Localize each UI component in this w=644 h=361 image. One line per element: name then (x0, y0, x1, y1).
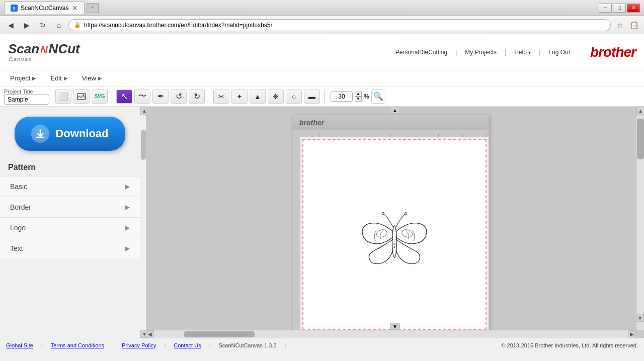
canvas-scroll-v-down[interactable]: ▼ (636, 314, 644, 322)
pattern-item-basic[interactable]: Basic ▶ (0, 176, 140, 197)
project-label: Project Title (4, 88, 49, 95)
pattern-text-arrow: ▶ (125, 245, 130, 252)
pattern-item-border[interactable]: Border ▶ (0, 197, 140, 217)
circle-tool[interactable]: ○ (286, 89, 302, 104)
canvas-scrollbar-v[interactable]: ▲ ▼ (636, 107, 644, 330)
star-tool[interactable]: ✦ (231, 89, 248, 104)
zoom-area: ▲ ▼ % 🔍 (331, 89, 385, 104)
help-link[interactable]: Help ▾ (514, 49, 531, 56)
rectangle-fill-tool[interactable]: ▬ (304, 89, 320, 104)
undo-tool[interactable]: ↺ (171, 89, 187, 104)
personal-die-cutting-link[interactable]: PersonalDieCutting (395, 49, 447, 56)
pattern-item-logo[interactable]: Logo ▶ (0, 217, 140, 238)
canvas-scroll-h-right[interactable]: ▶ (628, 330, 636, 338)
browser-titlebar: S ScanNСutCanvas ✕ + ─ □ ✕ (0, 0, 644, 16)
refresh-button[interactable]: ↻ (36, 19, 49, 32)
node-edit-tool[interactable]: 〜 (134, 89, 150, 104)
sidebar-scrollbar[interactable]: ▲ ▼ (140, 107, 146, 338)
download-label: Download (55, 127, 108, 140)
terms-link[interactable]: Terms and Conditions (51, 342, 104, 348)
svg-point-6 (376, 229, 388, 238)
pattern-logo-arrow: ▶ (125, 224, 130, 231)
download-icon (31, 125, 49, 143)
home-button[interactable]: ⌂ (52, 19, 65, 32)
svg-point-1 (83, 94, 85, 96)
butterfly-image (349, 195, 440, 275)
canvas-area: ▲ brother (146, 107, 644, 338)
select-tool[interactable]: ↖ (116, 89, 132, 104)
new-tab-button[interactable]: + (87, 3, 99, 13)
privacy-link[interactable]: Privacy Policy (122, 342, 156, 348)
browser-navbar: ◀ ▶ ↻ ⌂ 🔒 ☆ 📋 (0, 16, 644, 34)
zoom-up-button[interactable]: ▲ (355, 92, 362, 97)
canvas-scroll-h-thumb[interactable] (184, 331, 255, 337)
canvas-scroll-down[interactable]: ▼ (390, 323, 400, 330)
logout-link[interactable]: Log Out (548, 49, 570, 56)
triangle-tool[interactable]: ▲ (250, 89, 266, 104)
canvas-scroll-h-left[interactable]: ◀ (146, 330, 154, 338)
global-site-link[interactable]: Global Site (6, 342, 33, 348)
canvas-content: brother (150, 111, 632, 326)
logo-scan: Scan (8, 42, 39, 56)
download-button[interactable]: Download (15, 117, 125, 151)
pattern-title: Pattern (0, 159, 140, 176)
logo-canvas: Canvas (9, 56, 109, 62)
import-image-tool[interactable] (73, 89, 90, 104)
header-nav: PersonalDieCutting | My Projects | Help … (395, 44, 636, 60)
reader-icon[interactable]: 📋 (628, 19, 640, 31)
pattern-basic-label: Basic (10, 183, 27, 191)
address-bar[interactable]: 🔒 (68, 19, 611, 31)
maximize-button[interactable]: □ (613, 4, 626, 13)
logo-area: Scan N NCut Canvas (8, 42, 109, 62)
status-bar: Global Site | Terms and Conditions | Pri… (0, 338, 644, 352)
star-icon[interactable]: ☆ (614, 19, 626, 31)
zoom-search-button[interactable]: 🔍 (371, 89, 385, 104)
menu-bar: Project ▶ Edit ▶ View ▶ (0, 70, 644, 86)
canvas-scroll-v-thumb[interactable] (637, 119, 644, 159)
pattern-item-text[interactable]: Text ▶ (0, 238, 140, 258)
zoom-spinner[interactable]: ▲ ▼ (355, 92, 362, 102)
forward-button[interactable]: ▶ (20, 19, 33, 32)
import-svg-tool[interactable]: SVG (92, 89, 108, 104)
sidebar-scroll-thumb[interactable] (141, 130, 146, 160)
tab-title: ScanNСutCanvas (21, 5, 68, 12)
close-button[interactable]: ✕ (627, 4, 640, 13)
logo-n: N (40, 44, 47, 55)
browser-tab[interactable]: S ScanNСutCanvas ✕ (4, 2, 85, 14)
scatter-tool[interactable]: ❋ (268, 89, 284, 104)
download-area: Download (0, 107, 140, 159)
select-rect-tool[interactable]: ⬜ (55, 89, 71, 104)
menu-view[interactable]: View ▶ (76, 72, 108, 84)
menu-project[interactable]: Project ▶ (4, 72, 42, 84)
view-arrow-icon: ▶ (98, 75, 102, 81)
canvas-scroll-v-up[interactable]: ▲ (636, 107, 644, 115)
contact-link[interactable]: Contact Us (174, 342, 201, 348)
project-title-input[interactable] (4, 95, 49, 105)
my-projects-link[interactable]: My Projects (465, 49, 497, 56)
tab-favicon: S (11, 5, 18, 12)
project-title-area: Project Title (4, 88, 49, 105)
menu-edit[interactable]: Edit ▶ (44, 72, 73, 84)
crop-tool[interactable]: ✂ (213, 89, 229, 104)
tool-separator-3 (324, 91, 325, 103)
zoom-down-button[interactable]: ▼ (355, 97, 362, 102)
canvas-scrollbar-h[interactable]: ◀ ▶ (146, 330, 636, 338)
canvas-scroll-up[interactable]: ▲ (390, 107, 400, 114)
zoom-input[interactable] (331, 92, 353, 102)
brother-logo: brother (590, 44, 636, 60)
pattern-text-label: Text (10, 244, 23, 252)
mat-header: brother (293, 115, 489, 130)
pattern-list: Basic ▶ Border ▶ Logo ▶ Text ▶ (0, 176, 140, 258)
pen-tool[interactable]: ✒ (152, 89, 169, 104)
project-arrow-icon: ▶ (32, 75, 36, 81)
sidebar: Download Pattern Basic ▶ Border ▶ Logo (0, 107, 140, 338)
tab-close-icon[interactable]: ✕ (72, 4, 78, 12)
mat-body (293, 137, 489, 332)
pattern-logo-label: Logo (10, 224, 26, 232)
svg-point-7 (401, 229, 414, 238)
url-input[interactable] (84, 22, 605, 29)
back-button[interactable]: ◀ (4, 19, 17, 32)
sidebar-container: Download Pattern Basic ▶ Border ▶ Logo (0, 107, 146, 338)
minimize-button[interactable]: ─ (599, 4, 612, 13)
redo-tool[interactable]: ↻ (189, 89, 205, 104)
